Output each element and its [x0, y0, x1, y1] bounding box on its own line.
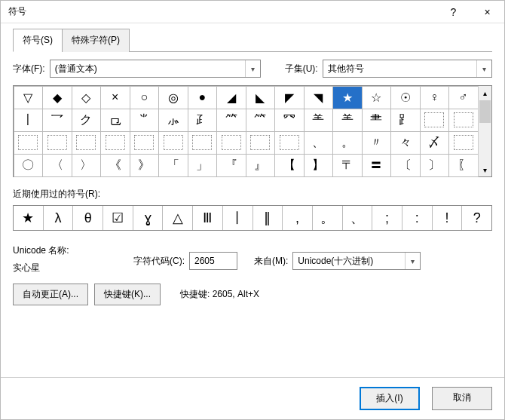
scrollbar[interactable]: ▴ ▾ — [478, 86, 491, 176]
symbol-cell[interactable]: ◇ — [72, 86, 102, 109]
recent-symbol-cell[interactable]: : — [402, 206, 433, 230]
symbol-cell[interactable] — [42, 131, 72, 155]
recent-symbol-cell[interactable]: , — [283, 206, 313, 230]
symbol-cell[interactable] — [100, 131, 130, 155]
symbol-cell[interactable]: ク — [72, 109, 102, 132]
recent-symbol-cell[interactable]: ɣ — [133, 206, 164, 230]
symbol-cell[interactable] — [130, 131, 160, 155]
symbol-cell[interactable]: 《 — [100, 154, 130, 177]
symbol-cell[interactable]: × — [100, 86, 130, 109]
symbol-cell[interactable]: ◎ — [158, 86, 188, 109]
symbol-cell[interactable]: 〒 — [332, 154, 363, 177]
symbol-cell[interactable]: 〕 — [420, 154, 450, 177]
insert-button[interactable]: 插入(I) — [360, 387, 420, 410]
symbol-cell[interactable]: 〓 — [362, 154, 392, 177]
symbol-cell[interactable]: 。 — [332, 131, 363, 155]
recent-symbol-cell[interactable]: 。 — [313, 206, 343, 230]
from-select[interactable]: Unicode(十六进制) ▾ — [292, 252, 421, 270]
symbol-cell[interactable] — [420, 109, 450, 132]
chevron-down-icon: ▾ — [245, 60, 260, 77]
symbol-cell[interactable]: 〉 — [72, 154, 102, 177]
symbol-cell[interactable]: ☆ — [362, 86, 392, 109]
symbol-cell[interactable] — [216, 131, 246, 155]
recent-symbol-cell[interactable]: △ — [163, 206, 193, 230]
symbol-cell[interactable]: ▽ — [14, 86, 44, 109]
symbol-cell[interactable]: ⺻ — [362, 109, 392, 132]
symbol-cell[interactable]: ◣ — [246, 86, 276, 109]
recent-symbol-cell[interactable]: ★ — [14, 206, 44, 230]
recent-symbol-cell[interactable]: ? — [462, 206, 491, 230]
scroll-up-icon[interactable]: ▴ — [479, 86, 491, 100]
symbol-cell[interactable]: ⺌ — [130, 109, 160, 132]
symbol-cell[interactable] — [448, 131, 479, 155]
recent-symbol-cell[interactable]: θ — [73, 206, 103, 230]
symbol-cell[interactable]: 〡 — [14, 109, 44, 132]
recent-symbol-cell[interactable]: Ⅲ — [193, 206, 223, 230]
symbol-cell[interactable]: 「 — [158, 154, 188, 177]
recent-symbol-cell[interactable]: λ — [44, 206, 74, 230]
symbol-cell[interactable]: ♀ — [420, 86, 450, 109]
tab-special-chars[interactable]: 特殊字符(P) — [62, 29, 130, 52]
symbol-grid-container: ▽◆◇×○◎●◢◣◤◥★☆☉♀♂〡乛ク⺋⺌⺗⺪⺮⺮⺳⺷⺷⺻⻊、。〃々〆〇〈〉《》… — [13, 85, 492, 177]
symbol-cell[interactable] — [72, 131, 102, 155]
close-button[interactable]: × — [470, 1, 504, 23]
symbol-cell[interactable]: 【 — [274, 154, 305, 177]
scroll-down-icon[interactable]: ▾ — [479, 163, 491, 176]
help-button[interactable]: ? — [436, 1, 470, 23]
symbol-cell[interactable]: ◢ — [216, 86, 246, 109]
symbol-cell[interactable]: ○ — [130, 86, 160, 109]
recent-symbol-cell[interactable]: ; — [372, 206, 402, 230]
cancel-button[interactable]: 取消 — [432, 387, 492, 410]
symbol-cell[interactable] — [448, 109, 479, 132]
symbol-cell[interactable]: 『 — [216, 154, 246, 177]
symbol-cell[interactable]: 〃 — [362, 131, 392, 155]
recent-symbols: ★λθ☑ɣ△Ⅲ丨‖,。、;:!? — [13, 205, 492, 231]
symbol-cell[interactable] — [158, 131, 188, 155]
font-select[interactable]: (普通文本) ▾ — [50, 60, 261, 78]
symbol-cell[interactable]: ◥ — [304, 86, 334, 109]
char-code-input[interactable]: 2605 — [189, 252, 237, 270]
autocorrect-button[interactable]: 自动更正(A)... — [13, 284, 88, 305]
symbol-cell[interactable]: ⺮ — [246, 109, 276, 132]
symbol-cell[interactable]: 〔 — [390, 154, 421, 177]
symbol-cell[interactable]: ⺳ — [274, 109, 305, 132]
symbol-cell[interactable]: 々 — [390, 131, 421, 155]
symbol-cell[interactable]: ● — [188, 86, 218, 109]
symbol-cell[interactable]: ☉ — [390, 86, 421, 109]
symbol-cell[interactable]: ♂ — [448, 86, 479, 109]
symbol-cell[interactable]: ★ — [332, 86, 363, 109]
symbol-cell[interactable]: 】 — [304, 154, 334, 177]
symbol-cell[interactable]: ⺮ — [216, 109, 246, 132]
symbol-cell[interactable]: ⻊ — [390, 109, 421, 132]
symbol-cell[interactable]: 〆 — [420, 131, 450, 155]
symbol-cell[interactable]: ⺷ — [332, 109, 363, 132]
recent-symbol-cell[interactable]: 、 — [343, 206, 373, 230]
recent-symbol-cell[interactable]: ! — [433, 206, 463, 230]
symbol-cell[interactable]: 〖 — [448, 154, 479, 177]
symbol-cell[interactable]: ◤ — [274, 86, 305, 109]
symbol-cell[interactable]: ⺋ — [100, 109, 130, 132]
symbol-cell[interactable] — [14, 131, 44, 155]
symbol-cell[interactable]: 〈 — [42, 154, 72, 177]
symbol-cell[interactable]: 乛 — [42, 109, 72, 132]
recent-symbol-cell[interactable]: ☑ — [103, 206, 133, 230]
symbol-cell[interactable]: 〇 — [14, 154, 44, 177]
symbol-cell[interactable]: ◆ — [42, 86, 72, 109]
recent-symbol-cell[interactable]: 丨 — [223, 206, 253, 230]
scroll-thumb[interactable] — [479, 100, 491, 123]
symbol-cell[interactable]: 』 — [246, 154, 276, 177]
subset-select[interactable]: 其他符号 ▾ — [323, 60, 492, 78]
symbol-cell[interactable]: 、 — [304, 131, 334, 155]
symbol-cell[interactable]: ⺪ — [188, 109, 218, 132]
recent-symbol-cell[interactable]: ‖ — [253, 206, 283, 230]
tab-symbol[interactable]: 符号(S) — [13, 29, 63, 52]
symbol-cell[interactable] — [246, 131, 276, 155]
symbol-cell[interactable]: 」 — [188, 154, 218, 177]
symbol-cell[interactable]: 》 — [130, 154, 160, 177]
symbol-cell[interactable] — [274, 131, 305, 155]
symbol-cell[interactable] — [188, 131, 218, 155]
shortcut-button[interactable]: 快捷键(K)... — [94, 284, 161, 305]
symbol-cell[interactable]: ⺗ — [158, 109, 188, 132]
symbol-cell[interactable]: ⺷ — [304, 109, 334, 132]
chevron-down-icon: ▾ — [476, 60, 491, 77]
